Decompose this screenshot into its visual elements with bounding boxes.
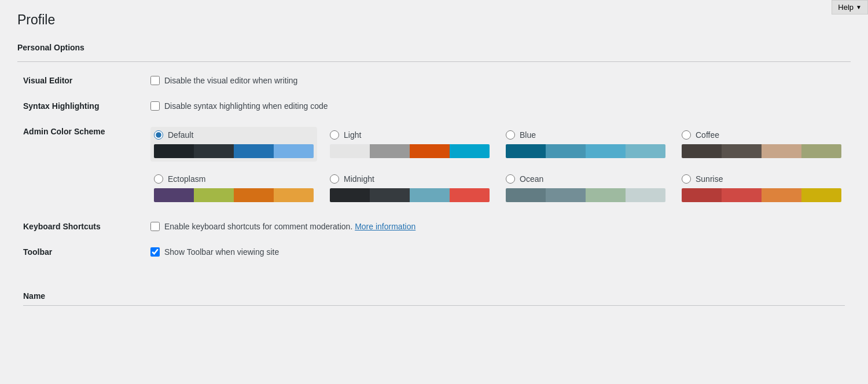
color-scheme-radio-ectoplasm[interactable] xyxy=(154,174,163,184)
toolbar-row: Toolbar Show Toolbar when viewing site xyxy=(17,238,851,264)
swatch-ocean-0 xyxy=(506,188,546,202)
color-scheme-name-sunrise: Sunrise xyxy=(696,174,723,184)
page-title: Profile xyxy=(17,12,851,29)
visual-editor-checkbox[interactable] xyxy=(150,76,160,85)
swatch-midnight-3 xyxy=(450,188,490,202)
syntax-highlighting-checkbox-label[interactable]: Disable syntax highlighting when editing… xyxy=(164,101,328,111)
swatch-light-1 xyxy=(370,144,410,158)
syntax-highlighting-checkbox-row: Disable syntax highlighting when editing… xyxy=(150,101,845,111)
color-scheme-radio-midnight[interactable] xyxy=(330,174,339,184)
color-swatches-coffee xyxy=(682,144,841,158)
color-scheme-radio-default[interactable] xyxy=(154,130,163,140)
swatch-ectoplasm-2 xyxy=(234,188,274,202)
swatch-ectoplasm-0 xyxy=(154,188,194,202)
admin-color-scheme-label: Admin Color Scheme xyxy=(17,118,145,213)
visual-editor-label: Visual Editor xyxy=(17,67,145,92)
swatch-default-3 xyxy=(274,144,314,158)
color-scheme-radio-sunrise[interactable] xyxy=(682,174,691,184)
color-scheme-name-midnight: Midnight xyxy=(344,174,374,184)
keyboard-shortcuts-cell: Enable keyboard shortcuts for comment mo… xyxy=(145,213,851,238)
more-information-link[interactable]: More information xyxy=(355,222,415,231)
color-scheme-option-ocean[interactable]: Ocean xyxy=(502,171,669,206)
toolbar-checkbox[interactable] xyxy=(150,247,160,257)
color-scheme-option-default[interactable]: Default xyxy=(150,127,317,162)
color-scheme-name-default: Default xyxy=(168,130,193,140)
color-scheme-radio-light[interactable] xyxy=(330,130,339,140)
name-section-title: Name xyxy=(23,284,845,301)
swatch-blue-2 xyxy=(586,144,626,158)
toolbar-label: Toolbar xyxy=(17,238,145,264)
name-divider xyxy=(23,305,845,306)
swatch-blue-3 xyxy=(626,144,665,158)
syntax-highlighting-label: Syntax Highlighting xyxy=(17,92,145,118)
keyboard-shortcuts-row: Keyboard Shortcuts Enable keyboard short… xyxy=(17,213,851,238)
visual-editor-cell: Disable the visual editor when writing xyxy=(145,67,851,92)
color-scheme-option-ectoplasm[interactable]: Ectoplasm xyxy=(150,171,317,206)
swatch-midnight-0 xyxy=(330,188,370,202)
swatch-midnight-1 xyxy=(370,188,410,202)
color-scheme-radio-blue[interactable] xyxy=(506,130,515,140)
swatch-coffee-2 xyxy=(762,144,801,158)
toolbar-checkbox-label[interactable]: Show Toolbar when viewing site xyxy=(164,247,279,257)
help-label: Help xyxy=(838,3,854,12)
visual-editor-row: Visual Editor Disable the visual editor … xyxy=(17,67,851,92)
syntax-highlighting-checkbox[interactable] xyxy=(150,101,160,111)
swatch-default-2 xyxy=(234,144,274,158)
visual-editor-checkbox-row: Disable the visual editor when writing xyxy=(150,76,845,85)
color-scheme-option-blue[interactable]: Blue xyxy=(502,127,669,162)
color-scheme-option-coffee[interactable]: Coffee xyxy=(678,127,845,162)
color-scheme-name-blue: Blue xyxy=(520,130,536,140)
swatch-light-0 xyxy=(330,144,370,158)
help-button[interactable]: Help ▼ xyxy=(832,0,868,14)
name-row: Name xyxy=(17,264,851,317)
admin-color-scheme-cell: DefaultLightBlueCoffeeEctoplasmMidnightO… xyxy=(145,118,851,213)
swatch-light-3 xyxy=(450,144,490,158)
color-scheme-option-midnight[interactable]: Midnight xyxy=(326,171,493,206)
color-scheme-option-sunrise[interactable]: Sunrise xyxy=(678,171,845,206)
syntax-highlighting-row: Syntax Highlighting Disable syntax highl… xyxy=(17,92,851,118)
color-swatches-default xyxy=(154,144,314,158)
color-swatches-blue xyxy=(506,144,665,158)
section-divider xyxy=(17,61,851,62)
color-scheme-radio-coffee[interactable] xyxy=(682,130,691,140)
color-scheme-grid: DefaultLightBlueCoffeeEctoplasmMidnightO… xyxy=(150,127,845,206)
swatch-ectoplasm-3 xyxy=(274,188,314,202)
swatch-coffee-0 xyxy=(682,144,722,158)
section-title-personal-options: Personal Options xyxy=(17,43,851,52)
help-chevron-icon: ▼ xyxy=(856,4,862,10)
swatch-sunrise-1 xyxy=(722,188,762,202)
name-section-cell: Name xyxy=(17,264,851,317)
keyboard-shortcuts-label: Keyboard Shortcuts xyxy=(17,213,145,238)
toolbar-checkbox-row: Show Toolbar when viewing site xyxy=(150,247,845,257)
color-swatches-sunrise xyxy=(682,188,841,202)
syntax-highlighting-cell: Disable syntax highlighting when editing… xyxy=(145,92,851,118)
swatch-default-1 xyxy=(194,144,234,158)
page-container: Profile Personal Options Visual Editor D… xyxy=(0,0,868,329)
color-swatches-ectoplasm xyxy=(154,188,314,202)
color-swatches-ocean xyxy=(506,188,665,202)
swatch-blue-1 xyxy=(546,144,586,158)
toolbar-cell: Show Toolbar when viewing site xyxy=(145,238,851,264)
color-scheme-option-light[interactable]: Light xyxy=(326,127,493,162)
color-swatches-light xyxy=(330,144,490,158)
admin-color-scheme-row: Admin Color Scheme DefaultLightBlueCoffe… xyxy=(17,118,851,213)
keyboard-shortcuts-checkbox[interactable] xyxy=(150,222,160,231)
color-swatches-midnight xyxy=(330,188,490,202)
swatch-midnight-2 xyxy=(410,188,450,202)
swatch-ectoplasm-1 xyxy=(194,188,234,202)
color-scheme-name-coffee: Coffee xyxy=(696,130,719,140)
keyboard-shortcuts-checkbox-row: Enable keyboard shortcuts for comment mo… xyxy=(150,222,845,231)
swatch-default-0 xyxy=(154,144,194,158)
swatch-sunrise-0 xyxy=(682,188,722,202)
color-scheme-name-light: Light xyxy=(344,130,361,140)
swatch-light-2 xyxy=(410,144,450,158)
color-scheme-name-ectoplasm: Ectoplasm xyxy=(168,174,205,184)
color-scheme-radio-ocean[interactable] xyxy=(506,174,515,184)
swatch-coffee-1 xyxy=(722,144,762,158)
swatch-ocean-1 xyxy=(546,188,586,202)
visual-editor-checkbox-label[interactable]: Disable the visual editor when writing xyxy=(164,76,297,85)
swatch-sunrise-2 xyxy=(762,188,801,202)
keyboard-shortcuts-checkbox-label[interactable]: Enable keyboard shortcuts for comment mo… xyxy=(164,222,415,231)
color-scheme-name-ocean: Ocean xyxy=(520,174,543,184)
swatch-sunrise-3 xyxy=(801,188,841,202)
